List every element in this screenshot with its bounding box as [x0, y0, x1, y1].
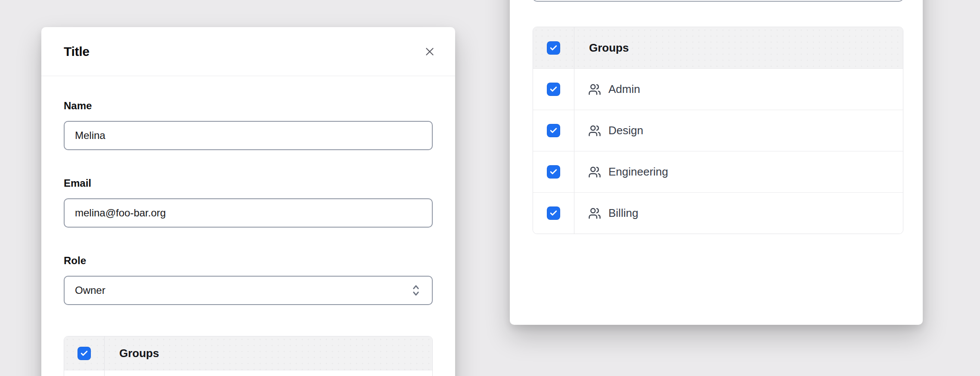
groups-column-header: Groups: [589, 41, 629, 55]
group-checkbox[interactable]: [547, 206, 560, 220]
name-label: Name: [64, 99, 433, 112]
role-field-group: Role Owner: [64, 254, 433, 305]
table-row: [64, 370, 432, 376]
name-input[interactable]: [64, 121, 433, 150]
groups-table-header: Groups: [533, 27, 903, 68]
email-field-group: Email: [64, 177, 433, 228]
group-name: Engineering: [608, 165, 668, 179]
group-name: Billing: [608, 206, 638, 220]
groups-header-cell: Groups: [105, 336, 432, 370]
groups-table-large: Groups: [533, 27, 903, 234]
group-name: Admin: [608, 83, 640, 96]
users-icon: [588, 166, 601, 179]
check-icon: [549, 126, 558, 135]
groups-column-header: Groups: [119, 347, 159, 360]
groups-header-cell: Groups: [574, 27, 903, 68]
groups-panel-dialog: Groups: [510, 0, 923, 325]
dialog-header: Title: [41, 27, 455, 76]
dialog-body: Name Email Role Owner: [41, 76, 455, 376]
group-checkbox[interactable]: [547, 124, 560, 137]
select-all-cell: [533, 27, 574, 68]
users-icon: [588, 83, 601, 96]
group-name: Design: [608, 124, 643, 137]
group-checkbox[interactable]: [547, 165, 560, 179]
group-row-engineering: Engineering: [533, 151, 903, 192]
edit-user-dialog: Title Name Email Role Owner: [41, 27, 455, 376]
name-field-group: Name: [64, 99, 433, 150]
groups-table-header: Groups: [64, 336, 432, 370]
email-input[interactable]: [64, 198, 433, 228]
users-icon: [588, 207, 601, 220]
role-select[interactable]: Owner: [64, 276, 433, 305]
page-background: Title Name Email Role Owner: [0, 0, 980, 376]
check-icon: [549, 85, 558, 93]
group-row-billing: Billing: [533, 192, 903, 234]
users-icon: [588, 124, 601, 137]
email-label: Email: [64, 177, 433, 190]
close-icon: [424, 46, 435, 57]
check-icon: [80, 349, 88, 358]
group-row-design: Design: [533, 110, 903, 151]
role-select-partial[interactable]: [533, 0, 903, 2]
group-checkbox[interactable]: [547, 83, 560, 96]
chevrons-up-down-icon: [410, 283, 422, 298]
select-all-checkbox[interactable]: [78, 347, 91, 360]
dialog-title: Title: [64, 44, 90, 59]
groups-table: Groups: [64, 336, 433, 376]
select-all-cell: [64, 336, 105, 370]
check-icon: [549, 168, 558, 176]
role-label: Role: [64, 254, 433, 267]
group-row-admin: Admin: [533, 68, 903, 110]
select-all-checkbox[interactable]: [547, 41, 560, 55]
close-button[interactable]: [422, 44, 437, 59]
check-icon: [549, 209, 558, 217]
check-icon: [549, 44, 558, 52]
role-select-value: Owner: [75, 284, 105, 296]
